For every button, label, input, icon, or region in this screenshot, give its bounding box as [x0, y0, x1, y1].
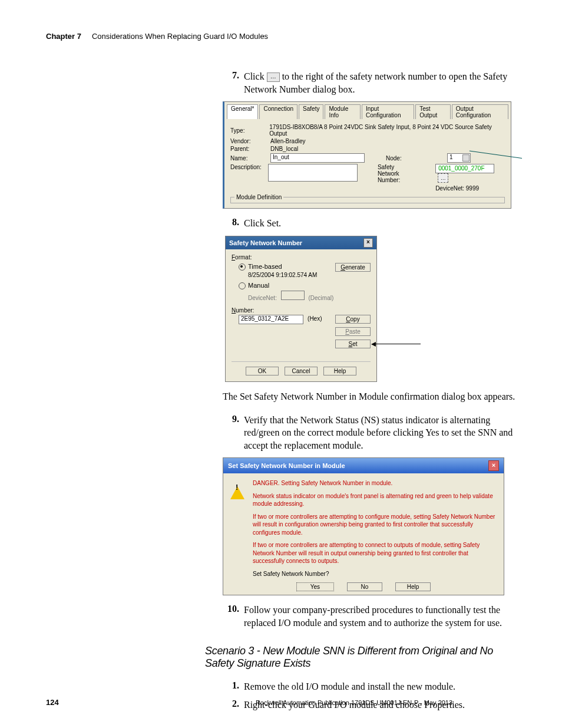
page-number: 124 — [46, 698, 187, 707]
dialog-title: Safety Network Number — [229, 239, 302, 246]
description-input[interactable] — [268, 164, 358, 182]
number-input[interactable]: 2E95_0312_7A2E — [239, 315, 303, 324]
step-10: 10. Follow your company-prescribed proce… — [223, 604, 521, 629]
manual-decimal-input — [281, 291, 305, 300]
no-button[interactable]: No — [347, 582, 382, 591]
tab-input-config[interactable]: Input Configuration — [362, 104, 414, 119]
copy-button[interactable]: Copy — [335, 315, 371, 324]
tab-safety[interactable]: Safety — [299, 104, 323, 119]
time-value: 8/25/2004 9:19:02.574 AM — [248, 272, 335, 278]
close-icon[interactable]: × — [488, 460, 499, 471]
set-button[interactable]: Set — [335, 340, 371, 348]
help-button[interactable]: Help — [395, 582, 431, 591]
page-footer: 124 Rockwell Automation Publication 1791… — [46, 698, 521, 707]
type-value: 1791DS-IB8XOB8/A 8 Point 24VDC Sink Safe… — [269, 124, 505, 137]
chapter-title: Considerations When Replacing Guard I/O … — [92, 32, 268, 41]
vendor-value: Allen-Bradley — [270, 138, 305, 144]
node-combo[interactable]: 1 — [447, 153, 471, 163]
tab-module-info[interactable]: Module Info — [325, 104, 361, 119]
paste-button[interactable]: Paste — [335, 327, 371, 336]
snn-ellipsis-button[interactable]: … — [438, 173, 448, 183]
radio-manual[interactable] — [239, 282, 246, 289]
ellipsis-button-inline: … — [267, 73, 280, 82]
confirm-title: Set Safety Network Number in Module — [228, 462, 345, 469]
step-8: 8. Click Set. — [223, 217, 521, 230]
radio-time-based[interactable] — [239, 263, 246, 271]
running-header: Chapter 7Considerations When Replacing G… — [46, 32, 521, 41]
generate-button[interactable]: Generate — [335, 263, 371, 272]
tab-output-config[interactable]: Output Configuration — [452, 104, 508, 119]
tab-general[interactable]: General* — [227, 104, 258, 119]
help-button[interactable]: Help — [323, 367, 356, 375]
publication-id: Rockwell Automation Publication 1791DS-U… — [187, 699, 521, 706]
set-snn-confirm-dialog: Set Safety Network Number in Module × DA… — [223, 457, 504, 595]
warning-icon — [230, 479, 244, 578]
cancel-button[interactable]: Cancel — [285, 367, 318, 375]
close-icon[interactable]: × — [363, 238, 373, 248]
name-input[interactable]: In_out — [270, 153, 365, 163]
tab-connection[interactable]: Connection — [259, 104, 297, 119]
ok-button[interactable]: OK — [246, 367, 279, 375]
para-after-set: The Set Safety Network Number in Module … — [223, 390, 521, 403]
yes-button[interactable]: Yes — [296, 582, 334, 591]
scenario-3-heading: Scenario 3 - New Module SNN is Different… — [205, 645, 521, 670]
s3-step-1: 1. Remove the old I/O module and install… — [223, 680, 521, 693]
snn-display: 0001_0000_270F — [435, 164, 494, 173]
safety-network-number-dialog: Safety Network Number × Format: Time-bas… — [225, 236, 377, 382]
chapter-label: Chapter 7 — [46, 32, 81, 41]
devicenet-id: DeviceNet: 9999 — [435, 185, 505, 192]
step-9: 9. Verify that the Network Status (NS) s… — [223, 414, 521, 452]
parent-value: DNB_local — [270, 146, 298, 152]
step-7: 7. Click … to the right of the safety ne… — [223, 70, 521, 95]
module-properties-general-panel: General* Connection Safety Module Info I… — [223, 101, 511, 209]
tab-test-output[interactable]: Test Output — [415, 104, 451, 119]
